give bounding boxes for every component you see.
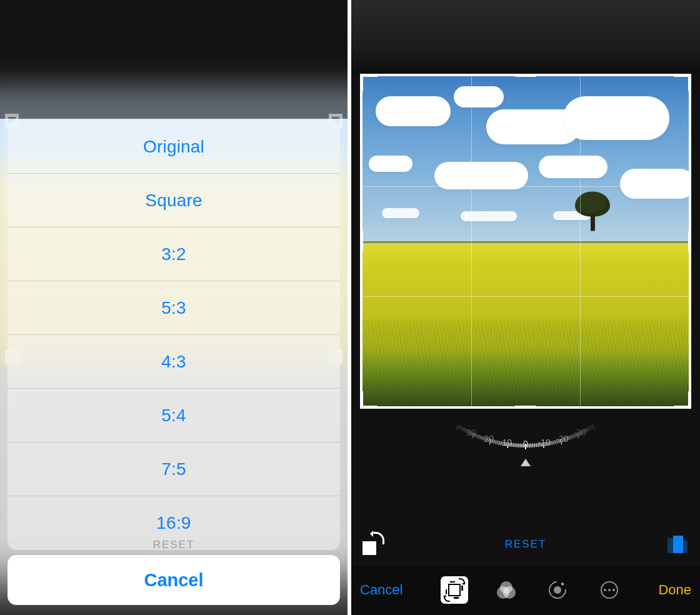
crop-handle-edge[interactable] [515, 74, 536, 77]
dial-needle-icon [521, 459, 531, 466]
tool-more[interactable] [596, 576, 623, 604]
aspect-option-5-3[interactable]: 5:3 [8, 281, 340, 335]
dial-label: 10 [506, 442, 517, 454]
aspect-option-7-5[interactable]: 7:5 [8, 442, 340, 496]
tool-filters[interactable] [492, 576, 520, 604]
crop-grid-line [362, 186, 689, 187]
left-screenshot: Original Square 3:2 5:3 4:3 5:4 7:5 16:9… [0, 0, 348, 615]
crop-handle-corner[interactable] [360, 74, 378, 91]
aspect-ratio-icon[interactable] [668, 536, 689, 553]
rotate-icon[interactable] [362, 534, 384, 555]
dial-label: 0 [526, 444, 531, 454]
tool-adjust[interactable] [544, 576, 571, 604]
cancel-button[interactable]: Cancel [8, 555, 340, 605]
cancel-button[interactable]: Cancel [360, 582, 416, 598]
crop-handle-corner[interactable] [674, 74, 691, 91]
dial-label: 20 [486, 439, 498, 451]
aspect-option-5-4[interactable]: 5:4 [8, 389, 340, 442]
crop-grid-line [362, 296, 689, 297]
crop-handle-corner[interactable] [674, 391, 691, 409]
tool-crop[interactable] [441, 576, 468, 604]
action-sheet: Original Square 3:2 5:3 4:3 5:4 7:5 16:9 [8, 120, 340, 550]
aspect-option-square[interactable]: Square [8, 174, 340, 228]
reset-button[interactable]: RESET [505, 538, 547, 551]
top-dark-bar [351, 0, 700, 74]
aspect-option-original[interactable]: Original [8, 120, 340, 174]
top-dark-overlay [0, 0, 348, 119]
straighten-dial[interactable]: -30-20-100102030 [391, 412, 660, 466]
crop-handle-edge[interactable] [360, 231, 363, 252]
aspect-option-3-2[interactable]: 3:2 [8, 228, 340, 281]
more-icon [601, 581, 618, 599]
aspect-ratio-list: Original Square 3:2 5:3 4:3 5:4 7:5 16:9 [8, 120, 340, 550]
crop-icon [446, 582, 462, 598]
crop-handle-corner[interactable] [360, 391, 378, 409]
adjust-icon [546, 578, 570, 602]
crop-toolbar: RESET [351, 525, 700, 564]
dial-label: -20 [562, 435, 578, 448]
reset-label-behind-sheet: RESET [153, 539, 195, 551]
dial-label: -10 [544, 441, 558, 452]
aspect-option-4-3[interactable]: 4:3 [8, 335, 340, 389]
right-screenshot: -30-20-100102030 RESET Cancel [351, 0, 700, 615]
dial-label: -30 [580, 427, 596, 441]
done-button[interactable]: Done [648, 582, 691, 598]
filters-icon [497, 581, 516, 599]
crop-handle-edge[interactable] [688, 231, 691, 252]
bottom-toolbar: Cancel Done [351, 564, 700, 615]
